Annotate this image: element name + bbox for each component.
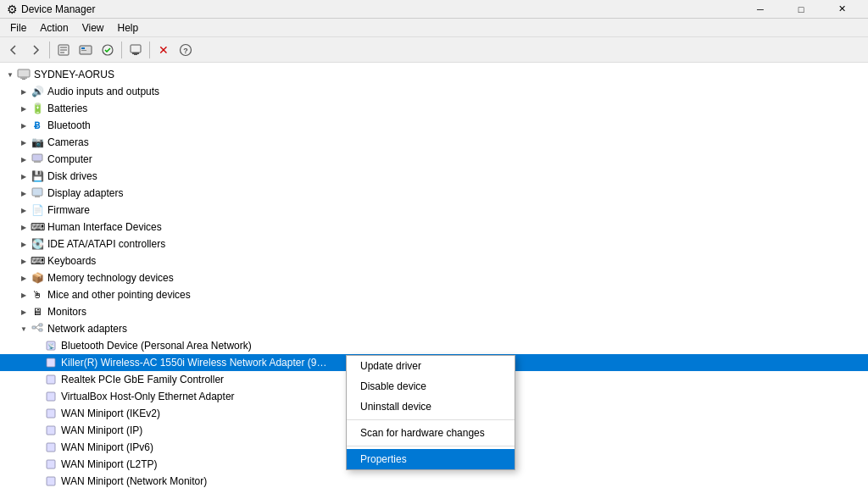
mice-label: Mice and other pointing devices (47, 289, 191, 301)
tree-item-computer[interactable]: ▶ Computer (0, 151, 868, 168)
close-button[interactable]: ✕ (822, 0, 861, 19)
tree-item-audio[interactable]: ▶ 🔊 Audio inputs and outputs (0, 83, 868, 100)
svg-rect-29 (47, 392, 55, 401)
toolbar-sep-2 (121, 42, 122, 58)
tree-item-wan-netmon[interactable]: ▶ WAN Miniport (Network Monitor) (0, 473, 868, 488)
expand-icon-computer: ▶ (17, 152, 31, 166)
menu-view[interactable]: View (75, 19, 111, 37)
toolbar-back[interactable] (3, 40, 24, 60)
title-bar-controls: ─ □ ✕ (741, 0, 861, 19)
computer-node-label: Computer (47, 153, 92, 165)
minimize-button[interactable]: ─ (741, 0, 780, 19)
tree-item-disk[interactable]: ▶ 💾 Disk drives (0, 168, 868, 185)
tree-item-cameras[interactable]: ▶ 📷 Cameras (0, 134, 868, 151)
svg-rect-17 (34, 161, 41, 163)
context-menu-update-driver[interactable]: Update driver (347, 356, 515, 376)
context-menu-properties[interactable]: Properties (347, 449, 515, 469)
svg-rect-33 (47, 460, 55, 469)
monitors-icon: 🖥 (31, 305, 44, 319)
ide-icon: 💽 (31, 237, 44, 251)
svg-rect-22 (39, 329, 42, 331)
killer-icon (44, 356, 58, 369)
svg-rect-31 (47, 426, 55, 435)
toolbar-forward[interactable] (25, 40, 46, 60)
context-menu-scan-hardware[interactable]: Scan for hardware changes (347, 423, 515, 443)
svg-line-24 (36, 328, 39, 330)
tree-item-bluetooth[interactable]: ▶ Ƀ Bluetooth (0, 117, 868, 134)
title-bar-text: Device Manager (21, 3, 95, 15)
network-label: Network adapters (47, 323, 127, 335)
tree-item-hid[interactable]: ▶ ⌨ Human Interface Devices (0, 219, 868, 236)
tree-item-keyboards[interactable]: ▶ ⌨ Keyboards (0, 252, 868, 269)
svg-rect-14 (20, 77, 27, 79)
computer-label: SYDNEY-AORUS (34, 69, 114, 80)
svg-rect-32 (47, 443, 55, 452)
toolbar-enable[interactable] (97, 40, 118, 60)
svg-rect-19 (35, 196, 40, 197)
network-icon (31, 322, 44, 336)
context-menu-uninstall-device[interactable]: Uninstall device (347, 396, 515, 417)
batteries-label: Batteries (47, 103, 87, 114)
memory-icon: 📦 (31, 271, 44, 285)
hid-icon: ⌨ (31, 220, 44, 234)
tree-item-display[interactable]: ▶ Display adapters (0, 185, 868, 202)
svg-text:📡: 📡 (47, 342, 55, 350)
context-menu-sep-2 (347, 446, 515, 446)
ide-label: IDE ATA/ATAPI controllers (47, 238, 165, 250)
expand-icon-disk: ▶ (17, 169, 31, 183)
disk-icon: 💾 (31, 169, 44, 183)
batteries-icon: 🔋 (31, 102, 44, 115)
tree-item-network[interactable]: ▼ Network adapters (0, 320, 868, 337)
expand-icon-mice: ▶ (17, 288, 31, 302)
tree-item-batteries[interactable]: ▶ 🔋 Batteries (0, 100, 868, 117)
context-menu-sep-1 (347, 419, 515, 420)
toolbar-properties[interactable] (53, 40, 74, 60)
audio-label: Audio inputs and outputs (47, 86, 159, 97)
expand-icon-batteries: ▶ (17, 102, 31, 115)
context-menu-disable-device[interactable]: Disable device (347, 376, 515, 396)
tree-item-bt-pan[interactable]: ▶ 📡 Bluetooth Device (Personal Area Netw… (0, 337, 868, 354)
wan-ip-label: WAN Miniport (IP) (61, 424, 142, 436)
toolbar-scan[interactable] (125, 40, 146, 60)
tree-item-mice[interactable]: ▶ 🖱 Mice and other pointing devices (0, 286, 868, 303)
title-bar-icon: ⚙ (7, 3, 18, 16)
tree-item-monitors[interactable]: ▶ 🖥 Monitors (0, 303, 868, 320)
bt-pan-icon: 📡 (44, 339, 58, 352)
tree-item-firmware[interactable]: ▶ 📄 Firmware (0, 202, 868, 219)
toolbar-help[interactable]: ? (175, 40, 196, 60)
menu-help[interactable]: Help (111, 19, 146, 37)
svg-rect-6 (81, 50, 86, 51)
toolbar-delete[interactable]: ✕ (153, 40, 174, 60)
expand-icon-memory: ▶ (17, 271, 31, 285)
expand-icon-hid: ▶ (17, 220, 31, 234)
vbox-icon (44, 390, 58, 403)
tree-item-memory[interactable]: ▶ 📦 Memory technology devices (0, 269, 868, 286)
expand-icon-firmware: ▶ (17, 203, 31, 217)
menu-action[interactable]: Action (33, 19, 75, 37)
svg-rect-5 (81, 47, 85, 49)
toolbar-update[interactable] (75, 40, 96, 60)
wan-l2tp-label: WAN Miniport (L2TP) (61, 458, 158, 470)
wan-ipv6-icon (44, 441, 58, 454)
monitors-label: Monitors (47, 306, 86, 318)
wan-ip-icon (44, 424, 58, 437)
tree-view[interactable]: ▼ SYDNEY-AORUS ▶ 🔊 Audio inputs and outp… (0, 63, 868, 488)
maximize-button[interactable]: □ (782, 0, 821, 19)
realtek-label: Realtek PCIe GbE Family Controller (61, 374, 224, 385)
expand-icon-monitors: ▶ (17, 305, 31, 319)
main-content: ▼ SYDNEY-AORUS ▶ 🔊 Audio inputs and outp… (0, 63, 868, 488)
tree-item-ide[interactable]: ▶ 💽 IDE ATA/ATAPI controllers (0, 236, 868, 252)
bluetooth-label: Bluetooth (47, 119, 91, 131)
expand-icon-display: ▶ (17, 186, 31, 200)
expand-icon-root: ▼ (3, 68, 17, 81)
svg-rect-28 (47, 375, 55, 384)
tree-root-computer[interactable]: ▼ SYDNEY-AORUS (0, 66, 868, 83)
wan-l2tp-icon (44, 458, 58, 471)
wan-ipv6-label: WAN Miniport (IPv6) (61, 441, 153, 453)
expand-icon-ide: ▶ (17, 237, 31, 251)
expand-icon-audio: ▶ (17, 85, 31, 98)
computer-icon (17, 68, 31, 81)
menu-file[interactable]: File (3, 19, 33, 37)
wan-netmon-icon (44, 474, 58, 488)
svg-rect-13 (18, 69, 30, 77)
